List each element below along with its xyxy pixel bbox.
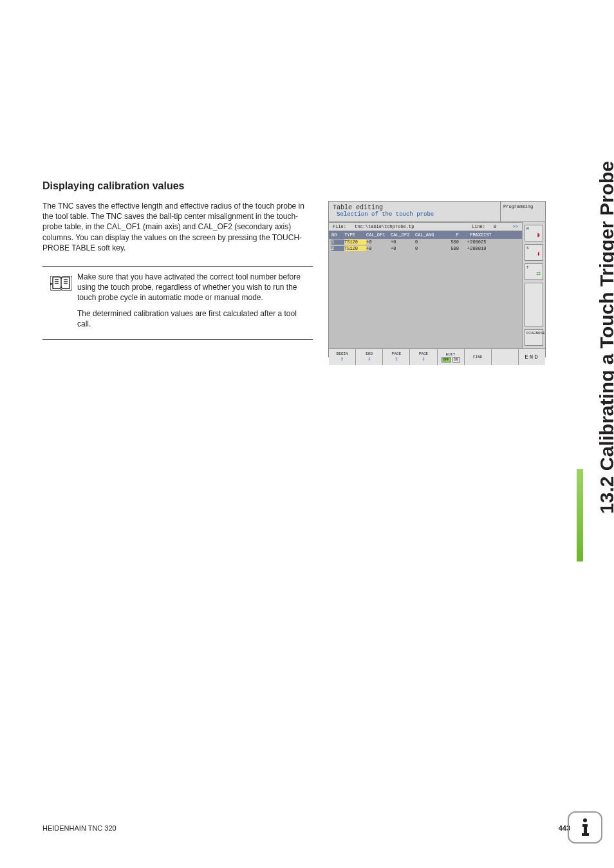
- page-footer: HEIDENHAIN TNC 320 443: [42, 824, 570, 832]
- row-o1: +0: [366, 246, 391, 251]
- ss-file-path: tnc:\table\tchprobe.tp: [355, 224, 469, 229]
- side-s-button[interactable]: S ⬇: [525, 244, 543, 261]
- row-dist: 10: [481, 246, 500, 251]
- table-row[interactable]: 1 TS120 +0 +0 0 500 +2000 25: [329, 239, 522, 245]
- row-o1: +0: [366, 240, 391, 245]
- softkey-page-up[interactable]: PAGE ⇧: [383, 349, 410, 365]
- row-no: 2: [331, 246, 344, 251]
- side-t-label: T: [526, 265, 529, 270]
- softkey-page-down[interactable]: PAGE ⇩: [410, 349, 437, 365]
- softkey-end-key[interactable]: END: [519, 349, 545, 365]
- arrow-up-icon: ⇧: [340, 357, 344, 363]
- softkey-find[interactable]: FIND: [465, 349, 492, 365]
- body-paragraph: The TNC saves the effective length and e…: [42, 201, 313, 253]
- side-m-label: M: [526, 227, 529, 231]
- sk-begin-label: BEGIN: [337, 352, 348, 356]
- row-fmax: +2000: [459, 240, 481, 245]
- row-f: 500: [440, 240, 459, 245]
- sk-off: OFF: [442, 357, 451, 363]
- note-icon: [45, 272, 77, 334]
- ss-file-line: File: tnc:\table\tchprobe.tp Line: 0 >>: [329, 222, 522, 231]
- note-p2: The determined calibration values are fi…: [77, 308, 310, 329]
- ss-softkey-row: BEGIN ⇧ END ⇩ PAGE ⇧ PAGE ⇩ EDIT OFF ON …: [329, 348, 545, 365]
- th-type: TYPE: [344, 232, 366, 238]
- ss-title: Table editing: [333, 204, 496, 211]
- ss-arrows[interactable]: >>: [509, 224, 518, 229]
- screenshot-mode: Programming: [500, 202, 545, 222]
- row-f: 500: [440, 246, 459, 251]
- th-calof2: CAL_OF2: [391, 232, 415, 238]
- section-heading: Displaying calibration values: [42, 180, 570, 192]
- ss-line-label: Line:: [472, 224, 491, 229]
- arrow-down-icon: ⇩: [422, 357, 425, 363]
- chapter-side-title: 13.2 Calibrating a Touch Trigger Probe: [596, 161, 614, 741]
- th-f: F: [440, 232, 459, 238]
- side-diag-label: DIAGNOSE: [526, 331, 545, 335]
- screenshot-main: File: tnc:\table\tchprobe.tp Line: 0 >> …: [329, 222, 522, 348]
- svg-rect-9: [582, 833, 589, 836]
- tnc-screenshot: Table editing Selection of the touch pro…: [328, 201, 546, 357]
- table-row[interactable]: 2 TS120 +0 +0 0 500 +2000 10: [329, 245, 522, 252]
- tool-change-icon: ⇄: [536, 269, 541, 278]
- sk-on: ON: [452, 357, 460, 363]
- th-dist: DIST: [481, 232, 500, 238]
- tool-icon: ◗: [536, 231, 541, 239]
- ss-table: NO TYPE CAL_OF1 CAL_OF2 CAL_ANG F FMAX D…: [329, 231, 522, 348]
- sk-endkey-label: END: [525, 354, 539, 361]
- th-no: NO: [331, 232, 344, 238]
- side-t-button[interactable]: T ⇄: [525, 263, 543, 280]
- side-spacer: [525, 283, 543, 326]
- row-ang: 0: [415, 246, 440, 251]
- th-fmax: FMAX: [459, 232, 481, 238]
- spindle-icon: ⬇: [536, 250, 541, 258]
- side-accent-bar: [577, 469, 583, 561]
- info-badge: [568, 811, 602, 844]
- softkey-edit[interactable]: EDIT OFF ON: [438, 349, 465, 365]
- ss-file-label: File:: [333, 224, 352, 229]
- arrow-down-icon: ⇩: [367, 357, 371, 363]
- softkey-blank: [492, 349, 519, 365]
- row-o2: +0: [391, 240, 415, 245]
- ss-thead: NO TYPE CAL_OF1 CAL_OF2 CAL_ANG F FMAX D…: [329, 231, 522, 239]
- screenshot-title: Table editing Selection of the touch pro…: [329, 202, 500, 222]
- row-dist: 25: [481, 240, 500, 245]
- arrow-up-icon: ⇧: [395, 357, 398, 363]
- screenshot-body: File: tnc:\table\tchprobe.tp Line: 0 >> …: [329, 222, 545, 348]
- svg-point-6: [583, 818, 587, 822]
- side-m-button[interactable]: M ◗: [525, 225, 543, 241]
- ss-line-val: 0: [494, 224, 507, 229]
- ss-side-panel: M ◗ S ⬇ T ⇄ DIAGNOSE: [522, 222, 545, 348]
- sk-edit-label: EDIT: [446, 352, 455, 357]
- softkey-end[interactable]: END ⇩: [356, 349, 383, 365]
- th-calof1: CAL_OF1: [366, 232, 391, 238]
- side-diagnose-button[interactable]: DIAGNOSE: [525, 329, 543, 346]
- side-s-label: S: [526, 246, 529, 250]
- sk-pageu-label: PAGE: [392, 352, 401, 356]
- softkey-begin[interactable]: BEGIN ⇧: [329, 349, 356, 365]
- ss-subtitle: Selection of the touch probe: [333, 211, 496, 219]
- info-icon: [579, 818, 591, 837]
- row-no: 1: [331, 240, 344, 245]
- row-fmax: +2000: [459, 246, 481, 251]
- note-box: Make sure that you have activated the co…: [42, 266, 313, 340]
- screenshot-titlebar: Table editing Selection of the touch pro…: [329, 202, 545, 222]
- row-o2: +0: [391, 246, 415, 251]
- row-type: TS120: [344, 240, 366, 245]
- sk-paged-label: PAGE: [419, 352, 428, 356]
- row-type: TS120: [344, 246, 366, 251]
- sk-end-label: END: [366, 352, 373, 356]
- body-column: The TNC saves the effective length and e…: [42, 201, 313, 253]
- th-calang: CAL_ANG: [415, 232, 440, 238]
- row-ang: 0: [415, 240, 440, 245]
- note-text: Make sure that you have activated the co…: [77, 272, 310, 334]
- sk-find-label: FIND: [473, 355, 482, 359]
- footer-left: HEIDENHAIN TNC 320: [42, 824, 116, 832]
- svg-rect-8: [584, 824, 587, 835]
- note-p1: Make sure that you have activated the co…: [77, 272, 310, 303]
